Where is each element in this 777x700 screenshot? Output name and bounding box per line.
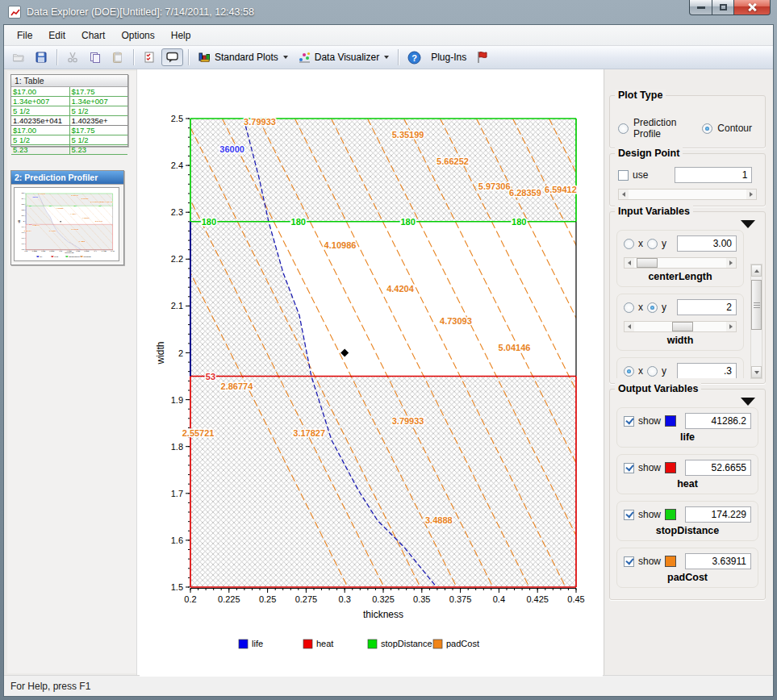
color-swatch-life[interactable] <box>665 415 676 427</box>
output-variables-group: Output Variables show41286.2lifeshow52.6… <box>609 389 766 600</box>
toolbar-separator <box>56 49 57 65</box>
output-variable-value-field[interactable]: 52.6655 <box>685 460 751 476</box>
show-checkbox-life[interactable] <box>624 416 634 427</box>
show-checkbox-padCost[interactable] <box>624 556 634 567</box>
paste-button[interactable] <box>107 48 128 66</box>
menu-item-help[interactable]: Help <box>163 27 199 44</box>
input-variable-slider[interactable] <box>624 321 737 332</box>
data-visualizer-button[interactable]: Data Visualizer <box>294 48 393 66</box>
slider-right-arrow-icon[interactable] <box>726 322 736 331</box>
menu-item-options[interactable]: Options <box>113 27 162 44</box>
input-variables-title: Input Variables <box>615 206 693 217</box>
menu-item-chart[interactable]: Chart <box>73 27 113 44</box>
scroll-up-icon[interactable] <box>751 265 762 277</box>
svg-text:0.225: 0.225 <box>218 594 240 604</box>
x-axis-radio[interactable] <box>624 302 634 313</box>
output-variable-value-field[interactable]: 41286.2 <box>685 413 751 429</box>
svg-text:180: 180 <box>512 217 526 227</box>
checklist-button[interactable] <box>139 48 160 66</box>
use-checkbox[interactable] <box>618 170 629 181</box>
svg-text:thickness: thickness <box>363 609 403 620</box>
help-button[interactable]: ? <box>403 48 425 67</box>
legend-swatch-life <box>239 640 248 648</box>
plot-type-group: Plot Type Prediction ProfileContour <box>609 95 766 148</box>
table-mini-window[interactable]: 1: Table $17.00$17.751.34e+0071.34e+0075… <box>10 74 128 147</box>
output-variable-value-field[interactable]: 174.229 <box>685 506 751 523</box>
color-swatch-stopDistance[interactable] <box>665 509 676 520</box>
slider-left-arrow-icon[interactable] <box>625 258 634 268</box>
input-variable-value-field[interactable]: 3.00 <box>677 235 737 252</box>
open-button[interactable] <box>8 48 29 66</box>
scrollbar-thumb[interactable] <box>751 280 762 330</box>
legend-swatch-padCost <box>81 256 82 256</box>
color-swatch-heat[interactable] <box>665 462 676 473</box>
input-variable-slider[interactable] <box>624 257 737 269</box>
color-swatch-padCost[interactable] <box>665 556 676 567</box>
show-checkbox-stopDistance[interactable] <box>624 510 634 520</box>
x-axis-radio[interactable] <box>624 366 634 377</box>
copy-button[interactable] <box>85 48 106 66</box>
comment-bubble-icon <box>165 51 179 64</box>
output-variable-row: show174.229 <box>624 506 751 523</box>
cut-button[interactable] <box>62 48 83 66</box>
y-axis-radio[interactable] <box>647 302 658 313</box>
svg-text:4.4204: 4.4204 <box>386 284 415 294</box>
slider-thumb[interactable] <box>637 258 658 268</box>
help-icon: ? <box>407 51 421 65</box>
input-variable-value-field[interactable]: .3 <box>677 363 737 378</box>
table-mini-window-title[interactable]: 1: Table <box>11 75 127 87</box>
input-variable-value-field[interactable]: 2 <box>677 299 737 315</box>
scroll-down-icon[interactable] <box>751 366 762 378</box>
comment-bubble-button[interactable] <box>161 48 183 66</box>
slider-left-arrow-icon[interactable] <box>619 190 629 199</box>
y-radio-label: y <box>662 238 666 249</box>
close-button[interactable] <box>734 0 771 15</box>
x-axis-radio[interactable] <box>624 239 634 249</box>
collapse-triangle-icon[interactable] <box>741 398 755 406</box>
slider-track[interactable] <box>629 190 746 199</box>
design-point-slider[interactable] <box>618 189 757 200</box>
title-bar[interactable]: Data Explorer (DOE)[Untitled]: 7/14/2011… <box>0 0 777 24</box>
slider-left-arrow-icon[interactable] <box>625 322 634 331</box>
legend-label-padCost: padCost <box>446 639 479 648</box>
table-cell: 5 1/2 <box>69 135 127 145</box>
control-panel: Plot Type Prediction ProfileContour Desi… <box>605 69 773 675</box>
svg-text:2.55721: 2.55721 <box>24 231 32 231</box>
flag-icon <box>476 51 487 64</box>
slider-right-arrow-icon[interactable] <box>746 190 756 199</box>
table-cell: 5 1/2 <box>69 106 127 116</box>
y-axis-radio[interactable] <box>647 366 658 377</box>
profiler-thumbnail[interactable]: 0.20.2250.250.2750.30.3250.350.3750.40.4… <box>11 185 123 264</box>
slider-track[interactable] <box>634 322 726 331</box>
mini: 0.20.2250.250.2750.30.3250.350.3750.40.4… <box>14 187 119 261</box>
output-variable-value-field[interactable]: 3.63911 <box>685 553 751 569</box>
plugins-button[interactable]: Plug-Ins <box>427 49 470 65</box>
profiler-mini-window-title[interactable]: 2: Prediction Profiler <box>11 171 123 185</box>
design-point-value-field[interactable]: 1 <box>675 167 752 183</box>
minimize-button[interactable] <box>689 0 712 15</box>
contour-plot[interactable]: 0.20.2250.250.2750.30.3250.350.3750.40.4… <box>140 72 603 680</box>
svg-text:2: 2 <box>23 221 24 222</box>
profiler-mini-window[interactable]: 2: Prediction Profiler 0.20.2250.250.275… <box>10 170 124 265</box>
standard-plots-label: Standard Plots <box>215 52 278 63</box>
menu-item-file[interactable]: File <box>9 27 40 44</box>
show-checkbox-heat[interactable] <box>624 463 634 473</box>
maximize-button[interactable] <box>712 0 734 15</box>
input-variable-name: centerLength <box>624 271 737 282</box>
svg-text:36000: 36000 <box>219 144 244 154</box>
plot-type-radio-prediction-profile[interactable] <box>618 123 629 134</box>
svg-text:1.5: 1.5 <box>171 582 183 592</box>
svg-text:3.79933: 3.79933 <box>71 229 79 230</box>
scrollbar-track[interactable] <box>751 277 762 366</box>
menu-item-edit[interactable]: Edit <box>40 27 73 44</box>
collapse-triangle-icon[interactable] <box>741 220 755 228</box>
slider-track[interactable] <box>634 258 726 268</box>
input-variables-scrollbar[interactable] <box>750 264 762 379</box>
plugins-flag-button[interactable] <box>472 48 491 66</box>
slider-right-arrow-icon[interactable] <box>726 258 736 268</box>
y-axis-radio[interactable] <box>647 239 658 249</box>
plot-type-radio-contour[interactable] <box>702 123 712 134</box>
standard-plots-button[interactable]: Standard Plots <box>194 48 292 66</box>
slider-thumb[interactable] <box>672 322 693 331</box>
save-button[interactable] <box>31 48 52 66</box>
